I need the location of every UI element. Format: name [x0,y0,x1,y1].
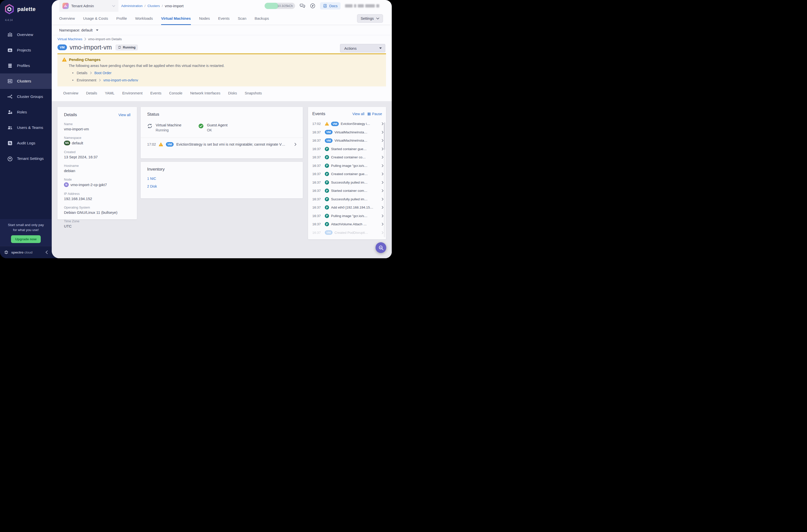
compass-icon[interactable] [310,3,316,9]
event-source-badge: P [325,180,329,185]
resource-badge: NS [64,140,70,145]
upgrade-now-button[interactable]: Upgrade now [11,235,41,243]
chevron-right-icon [382,164,383,167]
breadcrumb-administration[interactable]: Administration [121,4,143,8]
event-row[interactable]: 16:37 P Successfully pulled im… [312,178,383,187]
breadcrumb-clusters[interactable]: Clusters [147,4,160,8]
tab-backups[interactable]: Backups [255,12,269,25]
breadcrumb-virtual-machines[interactable]: Virtual Machines [57,37,82,41]
detail-field-label: Node [64,177,130,181]
sidebar-item-profiles[interactable]: Profiles [0,58,52,73]
boot-order-link[interactable]: Boot Order [94,71,111,75]
sidebar-item-projects[interactable]: Projects [0,42,52,58]
sidebar-item-tenant-settings[interactable]: Tenant Settings [0,151,52,166]
event-message: Add eth0 [192.168.194.15… [331,206,380,209]
sidebar-item-icon [7,94,13,99]
chevron-right-icon [382,231,383,234]
status-warning-row[interactable]: 17:02 VMI EvictionStrategy is set but vm… [147,138,296,147]
collapse-sidebar-icon[interactable] [45,250,48,254]
namespace-selector[interactable]: Namespace: default [52,25,392,35]
tab-profile[interactable]: Profile [116,12,127,25]
chat-icon[interactable] [300,3,305,9]
chevron-right-icon [382,156,383,158]
docs-button[interactable]: Docs [320,2,340,10]
ovfenv-link[interactable]: vmo-import-vm-ovfenv [104,78,138,82]
details-card-title: Details [64,112,77,117]
event-source-badge: P [325,222,329,226]
event-row[interactable]: 16:37 P Successfully pulled im… [312,195,383,204]
chevron-right-icon [382,173,383,175]
tab-virtual-machines[interactable]: Virtual Machines [161,12,191,25]
event-time: 16:37 [312,130,323,134]
chevron-right-icon [382,206,383,209]
chevron-right-icon [382,223,383,226]
event-row[interactable]: 16:37 VMI VirtualMachineInsta… [312,136,383,145]
sidebar-item-roles[interactable]: Roles [0,104,52,120]
logo-wordmark: palette [17,6,36,13]
event-row[interactable]: 16:37 P Created container co… [312,153,383,162]
caret-down-icon [379,48,382,49]
event-row[interactable]: 16:37 P AttachVolume.Attach … [312,220,383,229]
tenant-scope-selector[interactable]: Tenant Admin [59,0,118,12]
event-row[interactable]: 16:37 P Created container gue… [312,170,383,178]
sidebar-item-clusters[interactable]: Clusters [0,73,52,89]
warning-icon [62,57,67,62]
detail-field-node: Node N vmo-import-2-cp-jpkt7 [64,177,130,187]
event-row[interactable]: 16:37 P Started container gue… [312,145,383,153]
actions-dropdown[interactable]: Actions [340,44,385,53]
settings-button[interactable]: Settings [357,14,383,23]
disk-link[interactable]: 2 Disk [147,184,296,188]
event-row[interactable]: 17:02 VMI EvictionStrategy i… [312,120,383,128]
event-time: 16:37 [312,164,323,168]
tab-scan[interactable]: Scan [238,12,246,25]
event-message: EvictionStrategy i… [341,122,380,126]
event-row[interactable]: 16:37 P Add eth0 [192.168.194.15… [312,203,383,212]
subtab-overview[interactable]: Overview [63,91,78,95]
subtab-console[interactable]: Console [169,91,182,95]
subtab-events[interactable]: Events [150,91,162,95]
detail-field-value: 13 Sept 2024, 16:37 [64,155,98,159]
event-row[interactable]: 16:37 P Pulling image "gcr.io/s… [312,162,383,170]
upgrade-panel: Start small and only pay for what you us… [0,219,52,246]
event-time: 16:37 [312,214,323,218]
event-row[interactable]: 16:37 P Started container com… [312,187,383,195]
spotlight-search-button[interactable] [376,242,386,253]
upgrade-text-line1: Start small and only pay [0,223,52,228]
sidebar-item-label: Profiles [17,63,30,68]
sidebar-item-icon [7,63,13,69]
usage-meter-value: 10.3/25kCh [278,4,293,8]
subtab-disks[interactable]: Disks [228,91,237,95]
tab-workloads[interactable]: Workloads [135,12,153,25]
subtab-environment[interactable]: Environment [122,91,143,95]
sidebar-item-audit-logs[interactable]: Audit Logs [0,135,52,151]
event-row[interactable]: 16:37 VMI VirtualMachineInsta… [312,128,383,137]
subtab-snapshots[interactable]: Snapshots [245,91,262,95]
page-title: vmo-import-vm [70,44,112,51]
detail-field-time-zone: Time Zone UTC [64,219,130,228]
chevron-right-icon [382,198,383,201]
tab-usage-costs[interactable]: Usage & Costs [83,12,108,25]
event-row[interactable]: 16:37 P Pulling image "gcr.io/s… [312,212,383,220]
subtab-yaml[interactable]: YAML [105,91,114,95]
chevron-right-icon [382,189,383,192]
sidebar-item-cluster-groups[interactable]: Cluster Groups [0,89,52,104]
warning-icon [159,142,163,146]
tab-overview[interactable]: Overview [59,12,75,25]
subtab-network-interfaces[interactable]: Network Interfaces [190,91,220,95]
sidebar-item-overview[interactable]: Overview [0,27,52,42]
event-row[interactable]: 16:37 VMI Created PodDisrupti… [312,229,383,237]
events-scrollbar-thumb[interactable] [384,122,385,150]
detail-field-value: debian [64,169,75,173]
inventory-card-title: Inventory [147,167,165,172]
events-view-all-link[interactable]: View all [352,112,364,116]
event-source-badge: P [325,172,329,176]
sidebar-item-icon [7,32,13,37]
sidebar-item-users-teams[interactable]: Users & Teams [0,120,52,135]
nic-link[interactable]: 1 NIC [147,176,296,180]
details-view-all-link[interactable]: View all [118,113,130,117]
subtab-details[interactable]: Details [86,91,97,95]
tab-nodes[interactable]: Nodes [199,12,210,25]
pending-changes-description: The following areas have pending changes… [69,64,381,68]
pause-events-button[interactable]: Pause [368,112,382,116]
tab-events[interactable]: Events [218,12,230,25]
